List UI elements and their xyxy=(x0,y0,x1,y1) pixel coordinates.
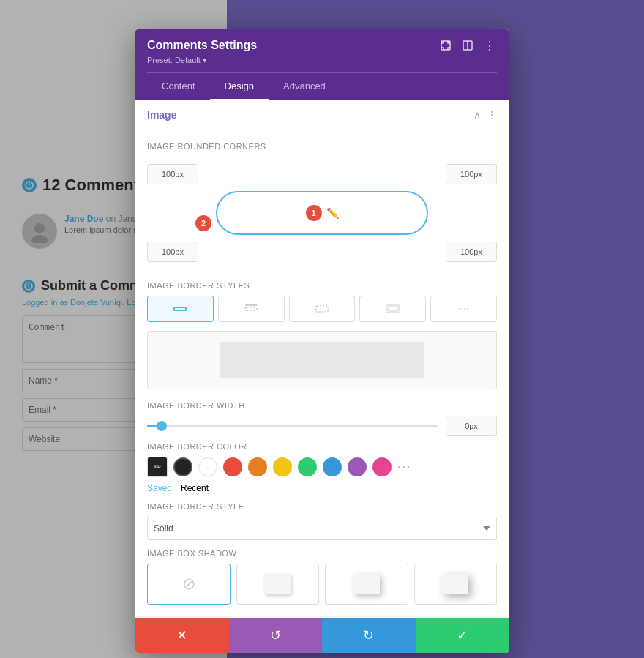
corners-top-row xyxy=(147,164,497,184)
shadow-sm-option[interactable] xyxy=(236,564,320,605)
border-width-value[interactable] xyxy=(446,416,497,436)
box-shadow-label: Image Box Shadow xyxy=(147,549,497,558)
swatch-black[interactable] xyxy=(173,457,192,476)
save-button[interactable]: ✓ xyxy=(416,618,509,653)
layout-icon[interactable] xyxy=(460,38,475,53)
border-styles-label: Image Border Styles xyxy=(147,281,497,290)
top-right-input[interactable] xyxy=(446,164,497,184)
svg-rect-8 xyxy=(441,41,450,50)
shadow-box-md xyxy=(353,574,380,594)
border-styles-row xyxy=(147,296,497,322)
rounded-box: 1 ✏️ xyxy=(216,191,428,235)
panel-tabs: Content Design Advanced xyxy=(147,72,497,100)
bottom-left-input[interactable] xyxy=(147,242,198,262)
border-style-select[interactable]: Solid None Dashed Dotted Double xyxy=(147,517,497,540)
tab-advanced[interactable]: Advanced xyxy=(269,73,340,100)
svg-rect-14 xyxy=(316,306,328,312)
slider-row xyxy=(147,416,497,436)
panel-footer: ✕ ↺ ↻ ✓ xyxy=(135,618,509,653)
badge-1: 1 xyxy=(306,205,322,221)
swatch-white[interactable] xyxy=(198,457,217,476)
border-style-select-label: Image Border Style xyxy=(147,502,497,511)
link-icon[interactable]: ✏️ xyxy=(326,207,339,219)
shadow-lg-option[interactable] xyxy=(414,564,498,605)
rounded-corners-label: Image Rounded Corners xyxy=(147,142,497,151)
panel-header: Comments Settings xyxy=(135,29,509,100)
shadow-md-option[interactable] xyxy=(325,564,408,605)
section-title: Image xyxy=(147,109,176,121)
swatch-purple[interactable] xyxy=(348,457,367,476)
border-top-btn[interactable] xyxy=(218,296,285,322)
corners-bottom-row xyxy=(147,242,497,262)
rounded-box-inner: 1 ✏️ xyxy=(306,205,339,221)
swatch-yellow[interactable] xyxy=(273,457,292,476)
border-double-btn[interactable] xyxy=(359,296,426,322)
tab-content[interactable]: Content xyxy=(147,73,210,100)
color-more-btn[interactable]: ··· xyxy=(397,460,411,474)
shadow-none-option[interactable]: ⊘ xyxy=(147,564,231,605)
badge-2: 2 xyxy=(195,215,211,231)
border-width-label: Image Border Width xyxy=(147,401,497,410)
section-controls: ∧ ⋮ xyxy=(473,109,497,121)
section-more-icon[interactable]: ⋮ xyxy=(487,109,497,121)
reset-button[interactable]: ↺ xyxy=(229,618,323,653)
svg-rect-13 xyxy=(245,307,257,310)
border-preview xyxy=(147,331,497,389)
box-shadow-row: ⊘ xyxy=(147,564,497,605)
settings-panel: Comments Settings xyxy=(135,29,509,653)
svg-rect-16 xyxy=(388,307,398,311)
border-none-btn[interactable] xyxy=(430,296,497,322)
border-color-label: Image Border Color xyxy=(147,442,497,451)
fullscreen-icon[interactable] xyxy=(438,38,453,53)
border-dotted-btn[interactable] xyxy=(289,296,356,322)
redo-button[interactable]: ↻ xyxy=(322,618,416,653)
collapse-icon[interactable]: ∧ xyxy=(473,109,481,121)
swatch-blue[interactable] xyxy=(323,457,342,476)
saved-recent-tabs: Saved Recent xyxy=(147,483,497,493)
select-row: Solid None Dashed Dotted Double xyxy=(147,517,497,540)
top-left-input[interactable] xyxy=(147,164,198,184)
border-preview-inner xyxy=(220,342,424,378)
corners-widget: 2 1 ✏️ xyxy=(147,157,497,269)
bottom-right-input[interactable] xyxy=(446,242,497,262)
swatch-red[interactable] xyxy=(223,457,242,476)
color-row: ✏ ··· xyxy=(147,457,497,477)
swatch-pink[interactable] xyxy=(372,457,392,476)
swatch-green[interactable] xyxy=(298,457,317,476)
tab-design[interactable]: Design xyxy=(210,73,269,100)
shadow-box-lg xyxy=(442,574,468,594)
image-section: Image ∧ ⋮ Image Rounded Corners xyxy=(135,100,509,616)
svg-rect-11 xyxy=(174,307,186,310)
slider-thumb[interactable] xyxy=(157,421,167,431)
panel-body: Image ∧ ⋮ Image Rounded Corners xyxy=(135,100,509,618)
panel-header-icons: ⋮ xyxy=(438,38,497,53)
more-options-icon[interactable]: ⋮ xyxy=(482,38,497,53)
swatch-orange[interactable] xyxy=(248,457,267,476)
shadow-box-sm xyxy=(264,574,291,594)
shadow-none-icon: ⊘ xyxy=(182,575,195,594)
border-solid-btn[interactable] xyxy=(147,296,214,322)
saved-tab[interactable]: Saved xyxy=(147,483,172,493)
corners-middle: 2 1 ✏️ xyxy=(147,187,497,239)
section-content: Image Rounded Corners 2 xyxy=(135,130,509,616)
cancel-button[interactable]: ✕ xyxy=(135,618,229,653)
section-header: Image ∧ ⋮ xyxy=(135,100,509,130)
recent-tab[interactable]: Recent xyxy=(181,483,209,493)
modal-overlay: Comments Settings xyxy=(0,0,644,658)
panel-header-top: Comments Settings xyxy=(147,38,497,53)
panel-preset[interactable]: Preset: Default ▾ xyxy=(147,56,497,65)
eyedropper-btn[interactable]: ✏ xyxy=(147,457,168,477)
slider-track[interactable] xyxy=(147,425,438,427)
panel-title: Comments Settings xyxy=(147,39,257,52)
